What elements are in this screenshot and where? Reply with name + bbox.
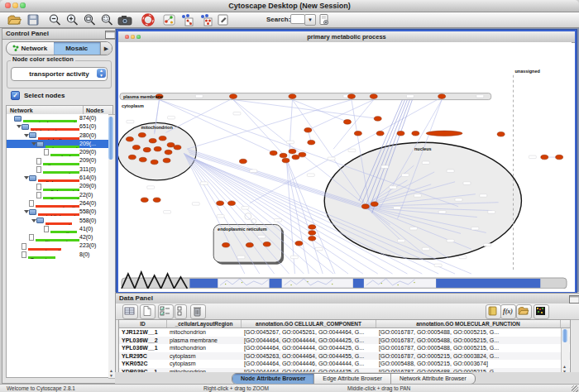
graph-node[interactable]: [556, 155, 563, 160]
graph-edge[interactable]: [233, 100, 286, 157]
column-header[interactable]: annotation.GO MOLECULAR_FUNCTION: [376, 320, 561, 327]
mosaic-icon[interactable]: [534, 304, 549, 319]
region-plasma-membrane[interactable]: [120, 93, 491, 100]
tree-row[interactable]: Overview8(0): [7, 251, 109, 259]
graph-node[interactable]: [132, 145, 140, 150]
graph-node[interactable]: [426, 131, 462, 136]
graph-node[interactable]: [230, 94, 237, 99]
table-scrollbar-thumb[interactable]: [562, 329, 567, 342]
tree-row[interactable]: nucleobase-209(0): [7, 148, 109, 156]
annotation-icon[interactable]: [216, 13, 231, 26]
search-settings-icon[interactable]: [318, 13, 333, 26]
graph-node[interactable]: [159, 136, 166, 141]
graph-edge[interactable]: [333, 100, 374, 150]
graph-node[interactable]: [138, 132, 146, 137]
graph-node[interactable]: [304, 128, 312, 133]
graph-node[interactable]: [165, 150, 172, 155]
graph-node[interactable]: [376, 131, 384, 136]
graph-node[interactable]: [167, 142, 175, 147]
search-input[interactable]: [290, 14, 305, 24]
graph-node[interactable]: [289, 94, 296, 99]
tree-row[interactable]: unassigned223(0): [7, 241, 109, 250]
graph-node[interactable]: [309, 225, 316, 230]
import-attributes-icon[interactable]: [516, 304, 532, 319]
tree-row[interactable]: establishment of lo558(0): [7, 208, 109, 216]
graph-node[interactable]: [154, 146, 161, 151]
tree-row[interactable]: secretion41(0): [7, 225, 109, 233]
graph-node[interactable]: [128, 155, 136, 160]
minimized-window[interactable]: [353, 279, 364, 288]
graph-edge[interactable]: [292, 100, 347, 122]
graph-node[interactable]: [217, 201, 224, 206]
notes-icon[interactable]: [486, 304, 501, 319]
graph-node[interactable]: [412, 131, 419, 136]
tab-network-attribute-browser[interactable]: Network Attribute Browser: [391, 374, 475, 384]
attribute-table-header[interactable]: ID_cellularLayoutRegionannotation.GO CEL…: [119, 320, 570, 328]
network-window-titlebar[interactable]: primary metabolic process: [118, 31, 575, 43]
unselect-all-attributes-icon[interactable]: [175, 304, 187, 319]
tree-row[interactable]: macromolecule311(0): [7, 165, 109, 174]
tree-row[interactable]: biological_process651(0): [7, 122, 109, 131]
delete-attribute-icon[interactable]: [190, 304, 206, 319]
graph-node[interactable]: [354, 131, 361, 136]
attribute-grid-icon[interactable]: [122, 304, 138, 319]
minimized-window[interactable]: [436, 279, 540, 288]
tab-edge-attribute-browser[interactable]: Edge Attribute Browser: [314, 374, 391, 384]
column-header[interactable]: _cellularLayoutRegion: [167, 320, 242, 327]
tree-row[interactable]: multi-organism pro42(0): [7, 233, 109, 241]
graph-node[interactable]: [239, 159, 246, 164]
zoom-fit-icon[interactable]: [83, 13, 98, 26]
tree-scrollbar-thumb[interactable]: [108, 117, 113, 160]
graph-edge[interactable]: [308, 100, 373, 131]
graph-node[interactable]: [374, 117, 381, 122]
graph-node[interactable]: [149, 138, 156, 143]
region-nucleus[interactable]: [324, 142, 521, 259]
select-nodes-checkbox[interactable]: ✓: [11, 91, 20, 100]
tree-row[interactable]: cell communicat22(0): [7, 191, 109, 199]
tab-mosaic[interactable]: Mosaic: [54, 42, 101, 55]
tree-row[interactable]: transport558(0): [7, 217, 109, 225]
graph-edge[interactable]: [166, 98, 233, 133]
minimized-window[interactable]: [189, 279, 218, 288]
graph-node[interactable]: [438, 94, 446, 99]
graph-edge[interactable]: [233, 100, 378, 119]
graph-node[interactable]: [309, 237, 316, 241]
graph-node[interactable]: [292, 155, 299, 160]
table-row[interactable]: YKR052Ccytoplasm[GO:0044464, GO:0044446,…: [119, 360, 570, 368]
graph-node[interactable]: [143, 147, 151, 152]
tree-scrollbar-arrows[interactable]: ▲▼: [108, 368, 114, 378]
graph-node[interactable]: [309, 231, 316, 236]
table-row[interactable]: YPL036W__1mitochondrion[GO:0044464, GO:0…: [119, 344, 570, 352]
network-window[interactable]: primary metabolic process plasma membran…: [117, 30, 577, 294]
tab-node-attribute-browser[interactable]: Node Attribute Browser: [232, 374, 314, 384]
select-all-attributes-icon[interactable]: [158, 304, 174, 319]
network-from-selection-icon[interactable]: [179, 13, 194, 26]
graph-node[interactable]: [347, 94, 355, 99]
graph-node[interactable]: [370, 94, 377, 99]
network-canvas[interactable]: plasma membranecytoplasmmitochondrionnuc…: [118, 42, 572, 289]
tree-row[interactable]: nitrogen compo209(0): [7, 156, 109, 165]
graph-node[interactable]: [541, 155, 548, 160]
tab-network[interactable]: Network: [7, 42, 54, 55]
tree-row[interactable]: cellular metabol209(0): [7, 182, 109, 190]
graph-node[interactable]: [308, 140, 315, 145]
tree-row[interactable]: mosaic-demo-yeast874(0): [7, 114, 109, 122]
function-builder-icon[interactable]: f(x): [500, 304, 516, 319]
help-icon[interactable]: [141, 13, 156, 26]
graph-node[interactable]: [497, 131, 505, 136]
graph-node[interactable]: [280, 153, 287, 158]
save-icon[interactable]: [26, 13, 41, 26]
graph-node[interactable]: [151, 160, 158, 165]
graph-node[interactable]: [282, 158, 290, 163]
table-scrollbar[interactable]: ▲▼: [561, 328, 569, 374]
search-dropdown-button[interactable]: ▼: [304, 14, 316, 26]
column-header[interactable]: annotation.GO CELLULAR_COMPONENT: [242, 320, 376, 327]
graph-node[interactable]: [361, 204, 369, 209]
column-header[interactable]: ID: [119, 320, 167, 327]
minimized-window[interactable]: [270, 279, 282, 288]
graph-node[interactable]: [295, 241, 303, 246]
graph-node[interactable]: [299, 152, 306, 157]
graph-node[interactable]: [344, 120, 352, 125]
graph-node[interactable]: [153, 198, 160, 203]
graph-node[interactable]: [141, 198, 148, 203]
